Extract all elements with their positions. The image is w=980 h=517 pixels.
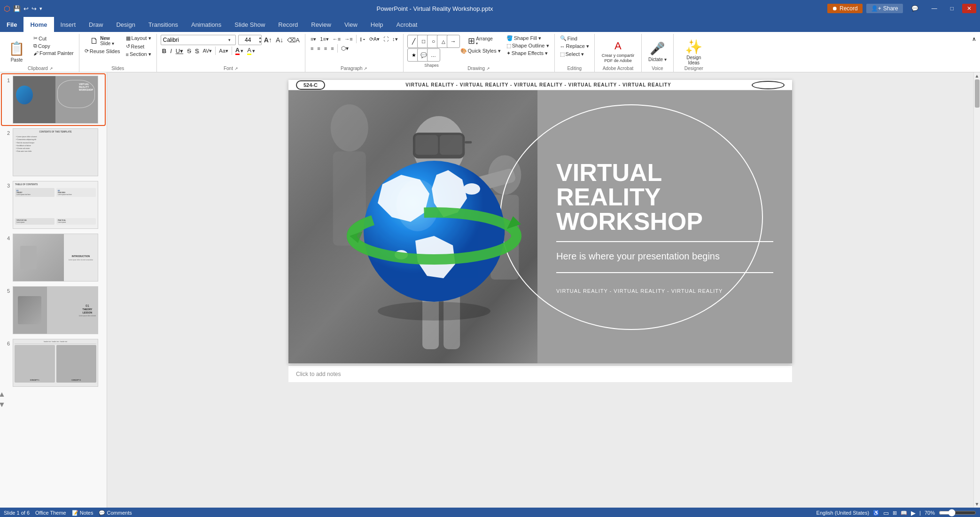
font-size-input[interactable] <box>239 37 257 43</box>
slide-thumb-4[interactable]: 4 INTRODUCTION Lorem ipsum dolor sit ame… <box>2 232 105 283</box>
slideshow-button[interactable]: ▶ <box>911 509 916 517</box>
slide-thumb-3[interactable]: 3 TABLE OF CONTENTS 01 THEORY Lorem ipsu… <box>2 180 105 230</box>
ribbon-collapse[interactable]: ∧ <box>970 34 978 72</box>
layout-button[interactable]: ▦ Layout ▾ <box>124 35 153 42</box>
scroll-down-button[interactable]: ▼ <box>975 501 980 507</box>
font-size-up[interactable]: ▲ <box>258 36 262 40</box>
clear-format-button[interactable]: ⌫A <box>286 36 301 44</box>
format-painter-button[interactable]: 🖌 Format Painter <box>32 50 75 56</box>
shape-more[interactable]: … <box>427 48 440 62</box>
comments-status-button[interactable]: 💬 Comments <box>99 510 132 516</box>
arrange-button[interactable]: ⊞ Arrange ▾ <box>459 35 502 47</box>
strikethrough-button[interactable]: S <box>186 47 193 55</box>
tab-slideshow[interactable]: Slide Show <box>228 17 272 32</box>
font-name-input[interactable] <box>161 37 227 43</box>
quick-save[interactable]: 💾 <box>13 5 21 12</box>
share-button[interactable]: 👤+ Share <box>866 4 903 13</box>
paste-button[interactable]: 📋 Paste <box>6 35 28 69</box>
shape-outline-button[interactable]: ⬚ Shape Outline ▾ <box>505 42 551 49</box>
underline-button[interactable]: U▾ <box>174 47 185 55</box>
slides-scroll-up[interactable]: ▲ <box>0 390 54 399</box>
tab-review[interactable]: Review <box>304 17 338 32</box>
scroll-thumb-vertical[interactable] <box>975 79 980 108</box>
zoom-slider[interactable] <box>939 509 976 517</box>
adobe-pdf-button[interactable]: A Crear y compartirPDF de Adobe <box>599 35 638 69</box>
slide-canvas[interactable]: 524-C VIRTUAL REALITY - VIRTUAL REALITY … <box>288 80 792 363</box>
decrease-font-button[interactable]: A↓ <box>274 36 285 44</box>
indent-less-button[interactable]: ←≡ <box>331 36 342 42</box>
slide-thumb-6[interactable]: 6 header text · header text · header tex… <box>2 337 105 388</box>
scroll-up-button[interactable]: ▲ <box>975 73 980 78</box>
find-button[interactable]: 🔍 Find <box>559 35 579 42</box>
reset-button[interactable]: ↺ Reset <box>124 43 153 50</box>
shadow-button[interactable]: S <box>194 47 201 55</box>
quick-styles-button[interactable]: 🎨 Quick Styles ▾ <box>459 47 502 55</box>
line-spacing-button[interactable]: ↕▾ <box>391 36 399 43</box>
tab-help[interactable]: Help <box>364 17 390 32</box>
align-left-button[interactable]: ≡ <box>309 45 315 52</box>
smart-art-button[interactable]: ⛶ <box>382 36 390 42</box>
right-scrollbar[interactable]: ▲ ▼ <box>973 72 980 508</box>
select-button[interactable]: ⬚ Select ▾ <box>559 51 586 58</box>
font-color-button[interactable]: A▾ <box>234 46 245 55</box>
comments-button[interactable]: 💬 <box>907 4 923 13</box>
indent-more-button[interactable]: →≡ <box>343 36 354 42</box>
collapse-ribbon-button[interactable]: ∧ <box>972 36 976 42</box>
increase-font-button[interactable]: A↑ <box>263 36 273 44</box>
tab-view[interactable]: View <box>338 17 364 32</box>
bold-button[interactable]: B <box>161 47 168 55</box>
quick-redo[interactable]: ↪ <box>31 5 37 12</box>
new-slide-button[interactable]: 🗋 New Slide ▾ <box>83 35 122 47</box>
numbered-button[interactable]: 1≡▾ <box>319 36 330 43</box>
highlight-button[interactable]: A▾ <box>246 46 257 55</box>
tab-file[interactable]: File <box>0 17 23 32</box>
tab-draw[interactable]: Draw <box>82 17 109 32</box>
text-dir-button[interactable]: ⟳A▾ <box>368 36 381 43</box>
slide-thumb-2[interactable]: 2 CONTENTS OF THIS TEMPLATE • Lorem ipsu… <box>2 127 105 178</box>
maximize-button[interactable]: □ <box>946 4 958 13</box>
tab-home[interactable]: Home <box>23 17 54 32</box>
reading-view-button[interactable]: 📖 <box>901 510 907 516</box>
justify-button[interactable]: ≡ <box>329 45 335 52</box>
slide-sorter-button[interactable]: ⊞ <box>893 510 897 516</box>
vr-title-line1: VIRTUAL <box>556 160 773 185</box>
quick-undo[interactable]: ↩ <box>23 5 29 12</box>
customize-toolbar[interactable]: ▾ <box>39 6 42 12</box>
slide-thumb-5[interactable]: 5 01 THEORY LESSON Lorem ipsum dolor sit… <box>2 285 105 336</box>
tab-record[interactable]: Record <box>272 17 304 32</box>
align-right-button[interactable]: ≡ <box>323 45 328 52</box>
design-ideas-button[interactable]: ✨ DesignIdeas <box>677 35 710 69</box>
columns-button[interactable]: ⫿▾ <box>358 36 367 42</box>
slides-scroll-down[interactable]: ▼ <box>0 400 54 409</box>
reuse-slides-button[interactable]: ⟳ Reuse Slides <box>83 47 122 55</box>
slide-thumb-1[interactable]: 1 VIRTUALREALITYWORKSHOP <box>2 74 105 125</box>
align-center-button[interactable]: ≡ <box>316 45 321 52</box>
notes-button[interactable]: 📝 Notes <box>72 510 93 516</box>
font-name-arrow[interactable]: ▾ <box>227 38 232 42</box>
tab-transitions[interactable]: Transitions <box>142 17 185 32</box>
change-case-button[interactable]: Aa▾ <box>218 47 229 55</box>
replace-button[interactable]: ↔ Replace ▾ <box>559 43 591 50</box>
record-button[interactable]: ⏺ Record <box>827 4 863 13</box>
close-button[interactable]: ✕ <box>962 4 976 13</box>
copy-button[interactable]: ⧉ Copy <box>32 42 75 49</box>
cut-button[interactable]: ✂ Cut <box>32 35 75 42</box>
notes-bar[interactable]: Click to add notes <box>288 365 792 382</box>
font-size-down[interactable]: ▼ <box>258 40 262 44</box>
bullets-button[interactable]: ≡▾ <box>309 36 318 43</box>
accessibility-button[interactable]: ♿ <box>873 510 879 516</box>
italic-button[interactable]: I <box>169 47 173 55</box>
tab-acrobat[interactable]: Acrobat <box>390 17 424 32</box>
minimize-button[interactable]: — <box>927 4 942 13</box>
tab-animations[interactable]: Animations <box>185 17 228 32</box>
shape-fill-button[interactable]: 🪣 Shape Fill ▾ <box>505 35 551 42</box>
shape-effects-button[interactable]: ✦ Shape Effects ▾ <box>505 50 551 57</box>
section-button[interactable]: ≡ Section ▾ <box>124 51 153 58</box>
shape-arrow[interactable]: → <box>447 35 460 48</box>
char-spacing-button[interactable]: AV▾ <box>202 47 214 55</box>
text-box-button[interactable]: ⬡▾ <box>340 45 350 52</box>
normal-view-button[interactable]: ▭ <box>883 509 889 517</box>
tab-design[interactable]: Design <box>109 17 141 32</box>
tab-insert[interactable]: Insert <box>54 17 83 32</box>
dictate-button[interactable]: 🎤 Dictate ▾ <box>646 35 669 69</box>
